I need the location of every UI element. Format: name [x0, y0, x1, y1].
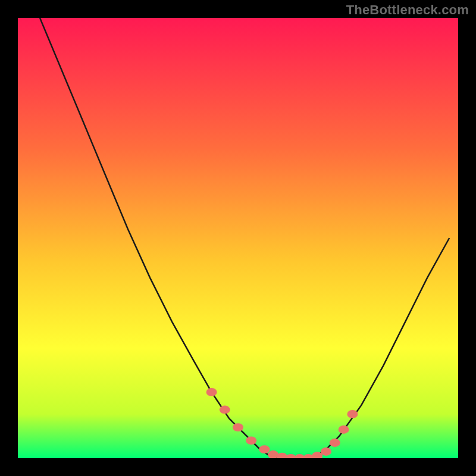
marker-dot: [246, 436, 256, 444]
chart-frame: TheBottleneck.com: [0, 0, 476, 476]
marker-dot: [220, 406, 230, 414]
marker-dot: [259, 445, 270, 453]
gradient-background: [18, 18, 458, 458]
marker-dot: [233, 423, 243, 431]
marker-dot: [347, 410, 358, 418]
watermark-text: TheBottleneck.com: [346, 2, 469, 18]
marker-dot: [330, 439, 340, 447]
marker-dot: [206, 388, 217, 396]
marker-dot: [339, 425, 349, 434]
chart-svg: [18, 18, 458, 458]
plot-area: [18, 18, 458, 458]
marker-dot: [321, 447, 331, 456]
